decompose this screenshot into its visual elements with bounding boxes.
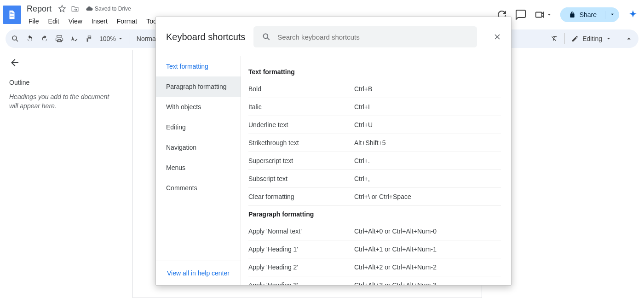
nav-paragraph-formatting[interactable]: Paragraph formatting <box>156 76 241 97</box>
undo-icon[interactable] <box>26 35 34 43</box>
shortcut-action: Subscript text <box>248 175 354 182</box>
shortcut-action: Apply 'Heading 2' <box>248 263 354 271</box>
pencil-icon <box>571 35 579 42</box>
shortcut-action: Apply 'Heading 3' <box>248 281 354 285</box>
shortcut-action: Clear formatting <box>248 193 354 200</box>
shortcut-row: Apply 'Heading 2'Ctrl+Alt+2 or Ctrl+Alt+… <box>248 258 501 276</box>
comments-icon[interactable] <box>515 9 526 20</box>
sparkle-icon[interactable] <box>627 9 638 20</box>
zoom-label: 100% <box>99 35 116 42</box>
search-input[interactable] <box>277 33 469 41</box>
separator <box>564 33 565 44</box>
shortcut-action: Apply 'Heading 1' <box>248 245 354 253</box>
header-right: Share <box>496 7 638 22</box>
dialog-nav: Text formattingParagraph formattingWith … <box>156 56 241 285</box>
move-icon[interactable] <box>71 5 79 13</box>
redo-icon[interactable] <box>40 35 49 43</box>
style-selector[interactable]: Normal <box>137 35 157 42</box>
separator <box>130 33 130 44</box>
separator <box>618 33 618 44</box>
shortcut-keys: Ctrl+B <box>354 85 372 93</box>
shortcut-keys: Alt+Shift+5 <box>354 139 386 146</box>
close-icon[interactable] <box>493 32 502 41</box>
shortcut-row: Strikethrough textAlt+Shift+5 <box>248 134 501 152</box>
outline-panel: Outline Headings you add to the document… <box>0 50 128 298</box>
star-icon[interactable] <box>58 5 66 13</box>
dialog-header: Keyboard shortcuts <box>156 17 511 56</box>
shortcut-keys: Ctrl+I <box>354 103 370 111</box>
chevron-up-icon[interactable] <box>625 35 633 43</box>
share-button[interactable]: Share <box>560 7 605 22</box>
menu-view[interactable]: View <box>65 16 86 27</box>
outline-hint: Headings you add to the document will ap… <box>9 93 119 111</box>
shortcut-keys: Ctrl+Alt+2 or Ctrl+Alt+Num-2 <box>354 263 437 271</box>
shortcut-row: Apply 'Heading 1'Ctrl+Alt+1 or Ctrl+Alt+… <box>248 240 501 258</box>
share-dropdown[interactable] <box>605 11 619 19</box>
section-title: Paragraph formatting <box>248 206 501 222</box>
back-icon[interactable] <box>9 57 20 68</box>
clear-format-icon[interactable] <box>550 35 558 43</box>
help-center-link[interactable]: View all in help center <box>156 261 241 285</box>
dialog-search[interactable] <box>253 26 477 47</box>
shortcut-row: ItalicCtrl+I <box>248 98 501 116</box>
zoom-selector[interactable]: 100% <box>99 35 123 42</box>
chevron-down-icon <box>118 36 123 41</box>
chevron-down-icon <box>606 36 611 41</box>
saved-label: Saved to Drive <box>95 6 131 12</box>
docs-logo-icon[interactable] <box>3 6 21 24</box>
shortcut-action: Apply 'Normal text' <box>248 228 354 235</box>
saved-status[interactable]: Saved to Drive <box>86 5 131 12</box>
nav-with-objects[interactable]: With objects <box>156 97 241 117</box>
mode-label: Editing <box>582 35 602 42</box>
shortcut-keys: Ctrl+Alt+0 or Ctrl+Alt+Num-0 <box>354 228 437 235</box>
shortcut-keys: Ctrl+Alt+3 or Ctrl+Alt+Num-3 <box>354 281 437 285</box>
section-title: Text formatting <box>248 64 501 80</box>
shortcut-keys: Ctrl+Alt+1 or Ctrl+Alt+Num-1 <box>354 245 437 253</box>
mode-selector[interactable]: Editing <box>571 35 611 42</box>
nav-text-formatting[interactable]: Text formatting <box>156 56 241 76</box>
meet-button[interactable] <box>535 10 552 20</box>
shortcut-keys: Ctrl+\ or Ctrl+Space <box>354 193 411 200</box>
svg-point-0 <box>12 36 17 40</box>
nav-navigation[interactable]: Navigation <box>156 137 241 158</box>
dialog-body: Text formattingParagraph formattingWith … <box>156 56 511 285</box>
style-label: Normal <box>137 35 157 42</box>
shortcut-action: Strikethrough text <box>248 139 354 146</box>
outline-title: Outline <box>9 79 119 86</box>
menu-format[interactable]: Format <box>113 16 141 27</box>
dialog-title: Keyboard shortcuts <box>166 32 245 42</box>
paint-format-icon[interactable] <box>85 35 93 43</box>
chevron-down-icon <box>609 11 615 18</box>
shortcut-keys: Ctrl+U <box>354 121 373 129</box>
svg-point-1 <box>264 34 268 38</box>
shortcut-row: Apply 'Normal text'Ctrl+Alt+0 or Ctrl+Al… <box>248 222 501 240</box>
share-label: Share <box>580 11 597 18</box>
menu-edit[interactable]: Edit <box>45 16 63 27</box>
shortcut-action: Bold <box>248 85 354 93</box>
shortcut-row: Apply 'Heading 3'Ctrl+Alt+3 or Ctrl+Alt+… <box>248 276 501 285</box>
share-group: Share <box>560 7 619 22</box>
dialog-content[interactable]: Text formattingBoldCtrl+BItalicCtrl+IUnd… <box>241 56 511 285</box>
shortcut-row: BoldCtrl+B <box>248 80 501 98</box>
nav-editing[interactable]: Editing <box>156 117 241 137</box>
shortcut-row: Superscript textCtrl+. <box>248 152 501 170</box>
nav-comments[interactable]: Comments <box>156 178 241 198</box>
shortcut-action: Italic <box>248 103 354 111</box>
shortcut-action: Underline text <box>248 121 354 129</box>
shortcut-row: Subscript textCtrl+, <box>248 170 501 188</box>
shortcut-action: Superscript text <box>248 157 354 164</box>
shortcut-row: Clear formattingCtrl+\ or Ctrl+Space <box>248 188 501 206</box>
print-icon[interactable] <box>55 35 63 43</box>
search-icon[interactable] <box>11 35 19 43</box>
lock-icon <box>569 11 576 18</box>
search-icon <box>262 32 271 41</box>
shortcut-row: Underline textCtrl+U <box>248 116 501 134</box>
nav-menus[interactable]: Menus <box>156 158 241 178</box>
keyboard-shortcuts-dialog: Keyboard shortcuts Text formattingParagr… <box>155 17 512 286</box>
spellcheck-icon[interactable] <box>70 35 78 43</box>
shortcut-keys: Ctrl+. <box>354 157 370 164</box>
menu-insert[interactable]: Insert <box>88 16 111 27</box>
menu-file[interactable]: File <box>25 16 43 27</box>
chevron-down-icon <box>546 12 552 18</box>
doc-title[interactable]: Report <box>25 3 53 15</box>
